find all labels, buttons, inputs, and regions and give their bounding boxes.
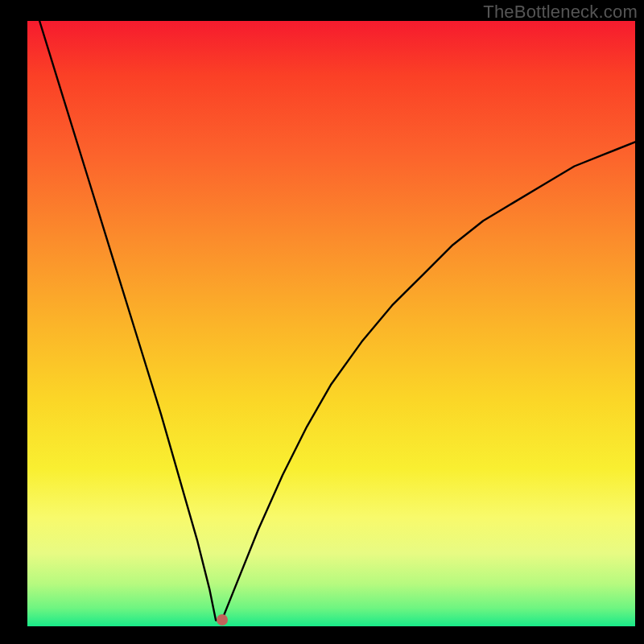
watermark-text: TheBottleneck.com [483,2,638,23]
optimum-marker [217,614,228,625]
chart-frame: TheBottleneck.com [0,0,644,644]
bottleneck-curve [27,21,635,626]
plot-area [27,21,635,626]
